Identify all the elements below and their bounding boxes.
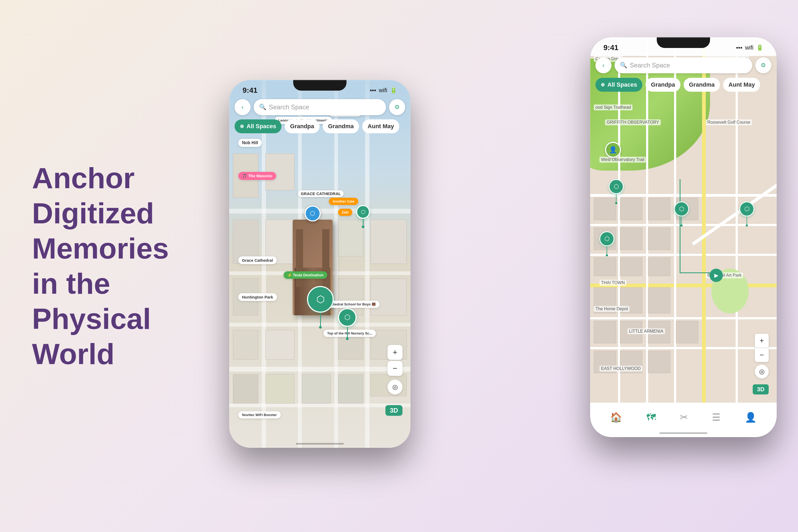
phone1-search-placeholder: Search Space: [269, 103, 309, 111]
signal-icon: ▪▪▪: [370, 87, 376, 94]
map-icon: 🗺: [646, 412, 656, 423]
phone2-signal-icon: ▪▪▪: [736, 44, 742, 51]
home-icon: 🏠: [610, 412, 622, 423]
profile-icon: 👤: [745, 412, 757, 423]
phone2-filter-pills: ⊕ All Spaces Grandpa Grandma Aunt May: [595, 78, 771, 92]
map-pin-2d-1[interactable]: ⬡: [609, 179, 624, 204]
phone2-nav-list[interactable]: ☰: [712, 412, 720, 423]
phone1-filter-button[interactable]: ⚙: [389, 99, 405, 115]
map-pin-2d-2[interactable]: ⬡: [674, 202, 689, 227]
phone2-3d-badge[interactable]: 3D: [753, 384, 769, 395]
masonic-label: 🎵 The Masonic: [238, 172, 276, 180]
phone2-search-icon: 🔍: [620, 62, 627, 69]
headline-line2: Digitized: [32, 196, 192, 231]
avatar-pin[interactable]: 👤: [605, 142, 621, 158]
pill2-label-all: All Spaces: [607, 81, 637, 88]
left-text-section: Anchor Digitized Memories in the Physica…: [32, 160, 192, 372]
east-hollywood: EAST HOLLYWOOD: [600, 366, 642, 372]
list-icon: ☰: [712, 412, 720, 423]
phone1-status-icons: ▪▪▪ wifi 🔋: [370, 87, 397, 94]
phone2-zoom-in[interactable]: +: [755, 334, 769, 347]
headline: Anchor Digitized Memories in the Physica…: [32, 160, 192, 372]
zeki-label: Zeki: [338, 209, 353, 216]
phone2-search-box[interactable]: 🔍 Search Space: [615, 57, 752, 73]
road-v-4: [736, 37, 738, 411]
map-pin-2d-4[interactable]: ⬡: [739, 202, 754, 227]
novitec-label: Novitec WiFi Booster: [238, 411, 281, 418]
road-major-v-1: [702, 37, 706, 411]
phone2-pill-grandma[interactable]: Grandma: [684, 78, 720, 92]
phone1-search-icon: 🔍: [259, 104, 266, 111]
headline-line3: Memories in the: [32, 231, 192, 301]
griffith-obs: GRIFFITH OBSERVATORY: [605, 119, 661, 125]
little-armenia: LITTLE ARMENIA: [627, 328, 665, 334]
phone2-screen: West Observatory Trail GRIFFITH OBSERVAT…: [590, 37, 777, 437]
map-pin-2d-3[interactable]: ⬡: [600, 231, 614, 256]
phone1-time: 9:41: [243, 86, 258, 95]
map-pin-medium-1[interactable]: ⬡: [338, 308, 357, 340]
phone2-filter-button[interactable]: ⚙: [755, 57, 771, 73]
tools-icon: ✂: [680, 412, 688, 423]
phone2-zoom-controls: + − ◎: [755, 334, 769, 379]
map-pin-medium-2[interactable]: ⬡: [356, 205, 370, 228]
wifi-icon: wifi: [379, 87, 387, 94]
phone1-screen: ⬡ GRACE CATHEDRAL Nob Hill 🎵 The Masonic…: [229, 80, 411, 448]
huntington-label: Huntington Park: [238, 293, 277, 301]
phone2-pill-aunt-may[interactable]: Aunt May: [723, 78, 760, 92]
phone1-map[interactable]: ⬡ GRACE CATHEDRAL Nob Hill 🎵 The Masonic…: [229, 80, 411, 448]
globe-icon: ⊕: [240, 124, 244, 129]
phone1-back-button[interactable]: ‹: [234, 99, 250, 115]
sign-trail: ood Sign Trailhead: [594, 104, 632, 110]
play-button[interactable]: ▶: [709, 269, 723, 282]
phone2-time: 9:41: [604, 43, 619, 52]
cathedral-label: GRACE CATHEDRAL: [298, 190, 344, 197]
phone2-battery-icon: 🔋: [756, 44, 763, 51]
phone1-search-box[interactable]: 🔍 Search Space: [254, 99, 386, 115]
phone2-map[interactable]: West Observatory Trail GRIFFITH OBSERVAT…: [590, 37, 777, 411]
west-obs-trail: West Observatory Trail: [600, 157, 646, 163]
phone2-pill-grandpa[interactable]: Grandpa: [646, 78, 680, 92]
pill-label-grandma: Grandma: [328, 123, 354, 130]
phone2: West Observatory Trail GRIFFITH OBSERVAT…: [590, 37, 777, 437]
phone1-compass[interactable]: ◎: [387, 380, 402, 395]
phone1-zoom-out[interactable]: −: [387, 361, 402, 376]
phone2-search-placeholder: Search Space: [630, 61, 670, 69]
phone2-nav-map[interactable]: 🗺: [646, 412, 656, 423]
phone1-pill-aunt-may[interactable]: Aunt May: [362, 119, 399, 133]
headline-line1: Anchor: [32, 160, 192, 196]
phone1-pill-all-spaces[interactable]: ⊕ All Spaces: [234, 119, 282, 133]
phone2-notch: [657, 37, 710, 48]
phone2-bottom-nav: 🏠 🗺 ✂ ☰ 👤: [590, 402, 777, 437]
home-depot: The Home Depot: [594, 306, 630, 312]
phone1-pill-grandpa[interactable]: Grandpa: [285, 119, 319, 133]
phone2-compass[interactable]: ◎: [755, 365, 769, 379]
pill2-label-aunt: Aunt May: [728, 81, 755, 88]
another-label: Another Cate: [329, 198, 358, 205]
phone2-back-button[interactable]: ‹: [595, 57, 611, 73]
headline-line4: Physical World: [32, 301, 192, 372]
phone2-wifi-icon: wifi: [745, 44, 754, 51]
phone2-status-icons: ▪▪▪ wifi 🔋: [736, 44, 763, 51]
phone1: ⬡ GRACE CATHEDRAL Nob Hill 🎵 The Masonic…: [229, 80, 411, 448]
phone1-search-area: ‹ 🔍 Search Space ⚙: [234, 99, 405, 115]
phone2-nav-home[interactable]: 🏠: [610, 412, 622, 423]
pill2-label-grandpa: Grandpa: [651, 81, 675, 88]
map-pin-large[interactable]: ⬡: [307, 286, 334, 329]
phone2-home-indicator: [660, 432, 707, 434]
battery-icon: 🔋: [390, 87, 397, 94]
phone2-nav-profile[interactable]: 👤: [745, 412, 757, 423]
phone1-filter-pills: ⊕ All Spaces Grandpa Grandma Aunt May: [234, 119, 405, 133]
phone1-zoom-controls: + − ◎: [387, 345, 402, 395]
phone2-zoom-out[interactable]: −: [755, 348, 769, 362]
roosevelt-golf: Roosevelt Golf Course: [706, 119, 752, 125]
nob-hill-label: Nob Hill: [238, 139, 262, 147]
phone1-pill-grandma[interactable]: Grandma: [323, 119, 359, 133]
phone2-pill-all-spaces[interactable]: ⊕ All Spaces: [595, 78, 642, 92]
phone2-nav-tools[interactable]: ✂: [680, 412, 688, 423]
pill-label-all: All Spaces: [247, 123, 276, 130]
globe-icon-2: ⊕: [601, 82, 605, 88]
phone1-3d-badge[interactable]: 3D: [385, 405, 402, 416]
phone1-home-indicator: [296, 443, 344, 444]
phone1-notch: [293, 80, 346, 91]
phone1-zoom-in[interactable]: +: [387, 345, 402, 360]
